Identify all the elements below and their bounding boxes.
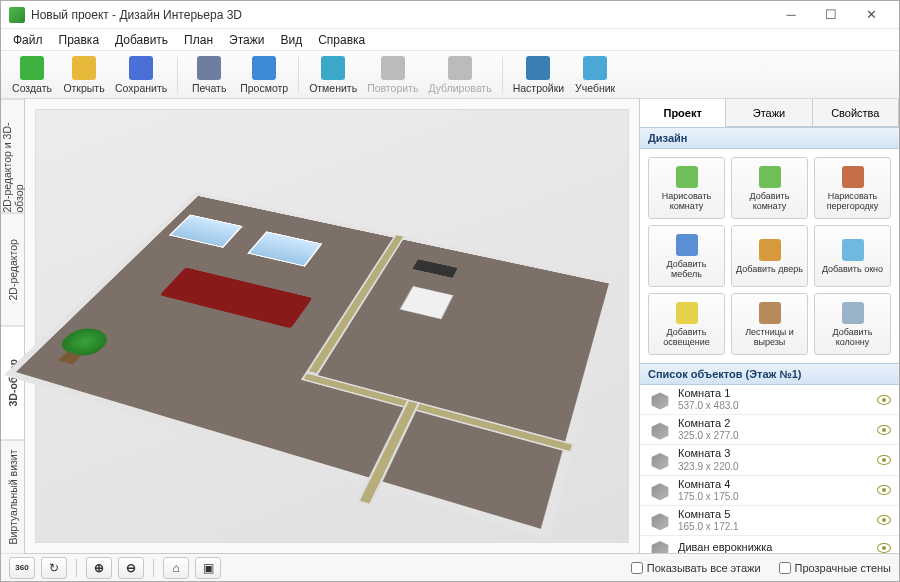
minimize-button[interactable]: ─ bbox=[771, 3, 811, 27]
panel-tab[interactable]: Свойства bbox=[813, 99, 899, 126]
visibility-icon[interactable] bbox=[877, 543, 891, 553]
toolbar-label: Просмотр bbox=[240, 82, 288, 94]
design-tool[interactable]: Добавить окно bbox=[814, 225, 891, 287]
object-name: Комната 5 bbox=[678, 508, 871, 521]
window-title: Новый проект - Дизайн Интерьера 3D bbox=[31, 8, 771, 22]
object-dimensions: 175.0 x 175.0 bbox=[678, 491, 871, 503]
scene-3d[interactable] bbox=[35, 109, 629, 543]
zoom-out-button[interactable]: ⊖ bbox=[118, 557, 144, 579]
toolbar-button[interactable]: Просмотр bbox=[236, 54, 292, 96]
object-dimensions: 325.0 x 277.0 bbox=[678, 430, 871, 442]
tool-icon bbox=[842, 166, 864, 188]
close-button[interactable]: ✕ bbox=[851, 3, 891, 27]
object-item[interactable]: Комната 3323.9 x 220.0 bbox=[640, 445, 899, 475]
panel-tab[interactable]: Этажи bbox=[726, 99, 812, 126]
object-item[interactable]: Комната 1537.0 x 483.0 bbox=[640, 385, 899, 415]
vertical-tab[interactable]: 2D-редактор bbox=[1, 213, 24, 327]
visibility-icon[interactable] bbox=[877, 455, 891, 465]
tool-icon bbox=[676, 166, 698, 188]
status-bar: 360 ↻ ⊕ ⊖ ⌂ ▣ Показывать все этажи Прозр… bbox=[1, 553, 899, 581]
object-icon bbox=[648, 480, 672, 500]
object-item[interactable]: Диван еврокнижка bbox=[640, 536, 899, 553]
vertical-tab[interactable]: Виртуальный визит bbox=[1, 440, 24, 554]
object-icon bbox=[648, 450, 672, 470]
toolbar-button[interactable]: Создать bbox=[7, 54, 57, 96]
tool-icon bbox=[759, 302, 781, 324]
visibility-icon[interactable] bbox=[877, 485, 891, 495]
toolbar-icon bbox=[321, 56, 345, 80]
panel-tabs: ПроектЭтажиСвойства bbox=[640, 99, 899, 127]
design-tool[interactable]: Добавить комнату bbox=[731, 157, 808, 219]
design-tool[interactable]: Добавить освещение bbox=[648, 293, 725, 355]
toolbar: СоздатьОткрытьСохранитьПечатьПросмотрОтм… bbox=[1, 51, 899, 99]
toolbar-label: Печать bbox=[192, 82, 226, 94]
visibility-icon[interactable] bbox=[877, 425, 891, 435]
zoom-in-button[interactable]: ⊕ bbox=[86, 557, 112, 579]
design-tool[interactable]: Добавить дверь bbox=[731, 225, 808, 287]
menu-item[interactable]: Добавить bbox=[107, 31, 176, 49]
object-icon bbox=[648, 510, 672, 530]
title-bar: Новый проект - Дизайн Интерьера 3D ─ ☐ ✕ bbox=[1, 1, 899, 29]
viewport-3d[interactable] bbox=[25, 99, 639, 553]
tool-label: Добавить освещение bbox=[652, 327, 721, 347]
toolbar-icon bbox=[526, 56, 550, 80]
object-item[interactable]: Комната 2325.0 x 277.0 bbox=[640, 415, 899, 445]
tool-label: Нарисовать комнату bbox=[652, 191, 721, 211]
object-item[interactable]: Комната 5165.0 x 172.1 bbox=[640, 506, 899, 536]
toolbar-separator bbox=[177, 57, 178, 93]
toolbar-separator bbox=[502, 57, 503, 93]
home-button[interactable]: ⌂ bbox=[163, 557, 189, 579]
tool-icon bbox=[676, 234, 698, 256]
object-text: Комната 3323.9 x 220.0 bbox=[678, 447, 871, 472]
design-tool[interactable]: Нарисовать комнату bbox=[648, 157, 725, 219]
toolbar-label: Сохранить bbox=[115, 82, 167, 94]
transparent-walls-checkbox[interactable]: Прозрачные стены bbox=[779, 562, 891, 574]
design-tool[interactable]: Добавить мебель bbox=[648, 225, 725, 287]
object-dimensions: 165.0 x 172.1 bbox=[678, 521, 871, 533]
rotate-button[interactable]: ↻ bbox=[41, 557, 67, 579]
toolbar-button[interactable]: Настройки bbox=[509, 54, 569, 96]
design-tool[interactable]: Добавить колонну bbox=[814, 293, 891, 355]
maximize-button[interactable]: ☐ bbox=[811, 3, 851, 27]
toolbar-button[interactable]: Отменить bbox=[305, 54, 361, 96]
transparent-walls-label: Прозрачные стены bbox=[795, 562, 891, 574]
toolbar-button[interactable]: Печать bbox=[184, 54, 234, 96]
vertical-tab[interactable]: 3D-обзор bbox=[1, 326, 24, 440]
menu-item[interactable]: Справка bbox=[310, 31, 373, 49]
toolbar-icon bbox=[448, 56, 472, 80]
menu-item[interactable]: Правка bbox=[51, 31, 108, 49]
vertical-tab[interactable]: 2D-редактор и 3D-обзор bbox=[1, 99, 24, 213]
tool-label: Лестницы и вырезы bbox=[735, 327, 804, 347]
toolbar-label: Создать bbox=[12, 82, 52, 94]
object-name: Комната 2 bbox=[678, 417, 871, 430]
object-text: Комната 1537.0 x 483.0 bbox=[678, 387, 871, 412]
tool-label: Нарисовать перегородку bbox=[818, 191, 887, 211]
toolbar-button[interactable]: Сохранить bbox=[111, 54, 171, 96]
visibility-icon[interactable] bbox=[877, 395, 891, 405]
panel-tab[interactable]: Проект bbox=[640, 99, 726, 127]
menu-item[interactable]: Вид bbox=[272, 31, 310, 49]
object-item[interactable]: Комната 4175.0 x 175.0 bbox=[640, 476, 899, 506]
tool-label: Добавить дверь bbox=[736, 264, 803, 274]
view-360-button[interactable]: 360 bbox=[9, 557, 35, 579]
transparent-walls-input[interactable] bbox=[779, 562, 791, 574]
toolbar-separator bbox=[298, 57, 299, 93]
menu-item[interactable]: Файл bbox=[5, 31, 51, 49]
toolbar-icon bbox=[197, 56, 221, 80]
design-tool[interactable]: Лестницы и вырезы bbox=[731, 293, 808, 355]
visibility-icon[interactable] bbox=[877, 515, 891, 525]
show-floors-label: Показывать все этажи bbox=[647, 562, 761, 574]
tool-label: Добавить окно bbox=[822, 264, 883, 274]
toolbar-button[interactable]: Учебник bbox=[570, 54, 620, 96]
menu-item[interactable]: Этажи bbox=[221, 31, 272, 49]
toolbar-label: Отменить bbox=[309, 82, 357, 94]
show-floors-input[interactable] bbox=[631, 562, 643, 574]
show-floors-checkbox[interactable]: Показывать все этажи bbox=[631, 562, 761, 574]
camera-button[interactable]: ▣ bbox=[195, 557, 221, 579]
toolbar-icon bbox=[583, 56, 607, 80]
menu-item[interactable]: План bbox=[176, 31, 221, 49]
toolbar-button[interactable]: Открыть bbox=[59, 54, 109, 96]
design-tool[interactable]: Нарисовать перегородку bbox=[814, 157, 891, 219]
object-text: Комната 5165.0 x 172.1 bbox=[678, 508, 871, 533]
vertical-tabs: 2D-редактор и 3D-обзор2D-редактор3D-обзо… bbox=[1, 99, 25, 553]
